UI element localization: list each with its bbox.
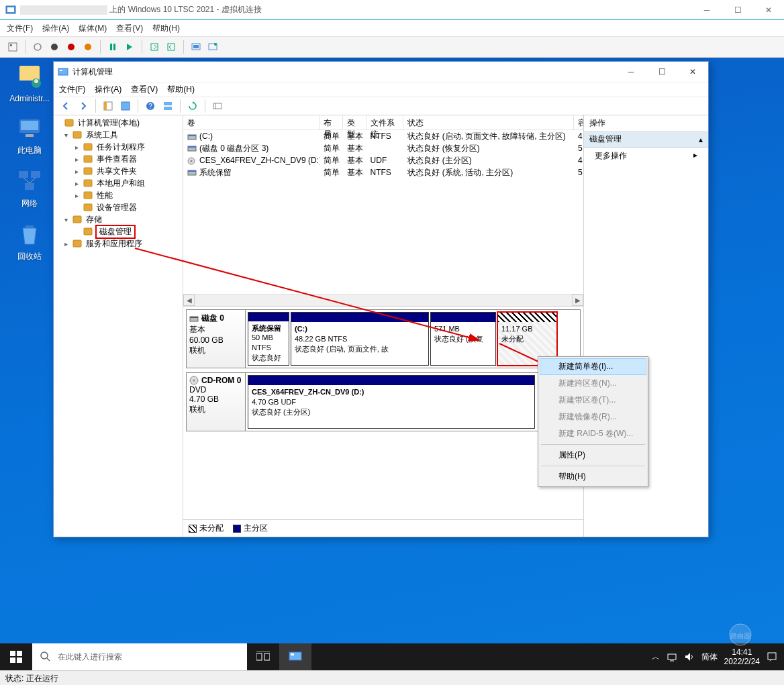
volume-list-body[interactable]: (C:)简单基本NTFS状态良好 (启动, 页面文件, 故障转储, 主分区)4(… bbox=[183, 130, 583, 294]
nav-back-button[interactable] bbox=[58, 98, 74, 114]
settings-button[interactable] bbox=[209, 98, 226, 114]
volume-icon[interactable] bbox=[684, 651, 695, 662]
vm-taskbar[interactable]: 在此键入进行搜索 ︿ 简体 14:41 2022/2/24 bbox=[0, 643, 784, 670]
mgmt-menu-view[interactable]: 查看(V) bbox=[131, 84, 158, 95]
vm-save-button[interactable] bbox=[81, 40, 95, 54]
tree-item-0[interactable]: 计算机管理(本地) bbox=[54, 117, 183, 129]
tree-item-9[interactable]: 磁盘管理 bbox=[54, 225, 183, 238]
column-header-4[interactable]: 状态 bbox=[403, 115, 574, 129]
tree-expander[interactable]: ▾ bbox=[62, 131, 70, 139]
desktop-icon-recycle-bin[interactable]: 回收站 bbox=[7, 221, 52, 262]
view-button-2[interactable] bbox=[160, 98, 176, 114]
tree-expander[interactable]: ▸ bbox=[72, 144, 81, 151]
mgmt-menu-file[interactable]: 文件(F) bbox=[59, 84, 85, 95]
task-view-button[interactable] bbox=[247, 643, 279, 670]
column-header-5[interactable]: 容 bbox=[574, 115, 583, 129]
volume-cell: 简单 bbox=[320, 143, 343, 154]
mgmt-menu-action[interactable]: 操作(A) bbox=[95, 84, 121, 95]
tree-item-3[interactable]: ▸事件查看器 bbox=[54, 153, 183, 165]
vm-turnoff-button[interactable] bbox=[47, 40, 62, 54]
context-menu-item-8[interactable]: 帮助(H) bbox=[540, 468, 646, 485]
volume-cell: UDF bbox=[366, 156, 404, 165]
context-menu-item-0[interactable]: 新建简单卷(I)... bbox=[540, 358, 646, 375]
desktop-icon-network[interactable]: 网络 bbox=[7, 168, 52, 209]
host-menu-help[interactable]: 帮助(H) bbox=[152, 23, 180, 34]
vm-desktop[interactable]: Administr... 此电脑 网络 回收站 计算机管理 ─ bbox=[0, 58, 784, 670]
taskbar-app-computer-management[interactable] bbox=[279, 643, 311, 670]
vm-enhanced-session-button[interactable] bbox=[189, 40, 203, 54]
tree-expander[interactable]: ▸ bbox=[72, 192, 81, 199]
tree-item-7[interactable]: 设备管理器 bbox=[54, 201, 183, 213]
disk-graphical-view[interactable]: 磁盘 0基本60.00 GB联机系统保留50 MB NTFS状态良好(C:)48… bbox=[183, 307, 583, 519]
host-close-button[interactable]: ✕ bbox=[753, 0, 784, 20]
column-header-1[interactable]: 布局 bbox=[320, 115, 343, 129]
network-icon[interactable] bbox=[667, 651, 677, 662]
column-header-3[interactable]: 文件系统 bbox=[366, 115, 404, 129]
taskbar-search[interactable]: 在此键入进行搜索 bbox=[32, 643, 247, 670]
ctrl-alt-del-button[interactable] bbox=[5, 40, 20, 54]
scroll-right-button[interactable]: ▶ bbox=[572, 295, 583, 306]
vm-checkpoint-button[interactable] bbox=[147, 40, 162, 54]
tree-item-10[interactable]: ▸服务和应用程序 bbox=[54, 238, 183, 250]
volume-row[interactable]: 系统保留简单基本NTFS状态良好 (系统, 活动, 主分区)5 bbox=[183, 166, 583, 178]
host-menu-file[interactable]: 文件(F) bbox=[7, 23, 33, 34]
disk-info[interactable]: 磁盘 0基本60.00 GB联机 bbox=[187, 310, 246, 368]
volume-row[interactable]: CES_X64FREV_ZH-CN_DV9 (D:)简单基本UDF状态良好 (主… bbox=[183, 154, 583, 166]
vm-revert-button[interactable] bbox=[164, 40, 179, 54]
tree-item-4[interactable]: ▸共享文件夹 bbox=[54, 165, 183, 177]
mgmt-maximize-button[interactable]: ☐ bbox=[646, 62, 677, 82]
host-minimize-button[interactable]: ─ bbox=[691, 0, 722, 20]
context-menu-item-6[interactable]: 属性(P) bbox=[540, 447, 646, 464]
start-button[interactable] bbox=[0, 643, 32, 670]
tree-expander[interactable]: ▸ bbox=[72, 168, 81, 175]
tray-chevron-up-icon[interactable]: ︿ bbox=[652, 651, 660, 663]
mgmt-minimize-button[interactable]: ─ bbox=[616, 62, 646, 82]
column-header-0[interactable]: 卷 bbox=[183, 115, 320, 129]
svg-marker-10 bbox=[127, 44, 132, 50]
volume-row[interactable]: (磁盘 0 磁盘分区 3)简单基本状态良好 (恢复分区)5 bbox=[183, 142, 583, 154]
tree-item-1[interactable]: ▾系统工具 bbox=[54, 129, 183, 141]
tree-expander[interactable]: ▸ bbox=[72, 156, 81, 163]
disk-info[interactable]: CD-ROM 0DVD4.70 GB联机 bbox=[187, 373, 246, 431]
svg-rect-60 bbox=[188, 170, 196, 172]
partition-0-2[interactable]: 571 MB状态良好 (恢复 bbox=[430, 312, 496, 366]
tree-expander[interactable]: ▸ bbox=[62, 240, 70, 248]
desktop-icon-this-pc[interactable]: 此电脑 bbox=[7, 115, 52, 156]
vm-reset-button[interactable] bbox=[122, 40, 137, 54]
refresh-button[interactable] bbox=[185, 98, 201, 114]
host-menu-view[interactable]: 查看(V) bbox=[116, 23, 143, 34]
navigation-tree[interactable]: 计算机管理(本地)▾系统工具▸任务计划程序▸事件查看器▸共享文件夹▸本地用户和组… bbox=[54, 115, 183, 537]
mgmt-titlebar[interactable]: 计算机管理 ─ ☐ ✕ bbox=[54, 62, 708, 82]
partition-0-1[interactable]: (C:)48.22 GB NTFS状态良好 (启动, 页面文件, 故 bbox=[291, 312, 429, 366]
actions-more-operations[interactable]: 更多操作▸ bbox=[584, 148, 708, 164]
volume-list[interactable]: 卷布局类型文件系统状态容 (C:)简单基本NTFS状态良好 (启动, 页面文件,… bbox=[183, 115, 583, 307]
mgmt-close-button[interactable]: ✕ bbox=[677, 62, 708, 82]
host-menu-media[interactable]: 媒体(M) bbox=[79, 23, 107, 34]
volume-list-hscroll[interactable]: ◀ ▶ bbox=[183, 294, 583, 306]
vm-pause-button[interactable] bbox=[105, 40, 120, 54]
view-button-1[interactable] bbox=[117, 98, 134, 114]
tree-item-2[interactable]: ▸任务计划程序 bbox=[54, 141, 183, 153]
tree-item-6[interactable]: ▸性能 bbox=[54, 189, 183, 201]
partition-1-0[interactable]: CES_X64FREV_ZH-CN_DV9 (D:)4.70 GB UDF状态良… bbox=[248, 375, 535, 429]
partition-0-0[interactable]: 系统保留50 MB NTFS状态良好 bbox=[248, 312, 289, 366]
help-button[interactable]: ? bbox=[142, 98, 158, 114]
scroll-left-button[interactable]: ◀ bbox=[183, 295, 195, 306]
tree-expander[interactable]: ▾ bbox=[62, 216, 70, 223]
show-hide-tree-button[interactable] bbox=[100, 98, 116, 114]
mgmt-menu-help[interactable]: 帮助(H) bbox=[167, 84, 195, 95]
volume-row[interactable]: (C:)简单基本NTFS状态良好 (启动, 页面文件, 故障转储, 主分区)4 bbox=[183, 130, 583, 142]
vm-share-button[interactable] bbox=[205, 40, 220, 54]
desktop-icon-administrator[interactable]: Administr... bbox=[7, 64, 52, 103]
nav-forward-button[interactable] bbox=[75, 98, 91, 114]
column-header-2[interactable]: 类型 bbox=[343, 115, 366, 129]
tree-item-5[interactable]: ▸本地用户和组 bbox=[54, 177, 183, 189]
host-menu-action[interactable]: 操作(A) bbox=[42, 23, 69, 34]
vm-start-button[interactable] bbox=[30, 40, 45, 54]
tree-item-8[interactable]: ▾存储 bbox=[54, 213, 183, 225]
vm-shutdown-button[interactable] bbox=[64, 40, 79, 54]
actions-section[interactable]: 磁盘管理▴ bbox=[584, 131, 708, 148]
host-maximize-button[interactable]: ☐ bbox=[722, 0, 753, 20]
partition-context-menu[interactable]: 新建简单卷(I)...新建跨区卷(N)...新建带区卷(T)...新建镜像卷(R… bbox=[538, 356, 648, 487]
tree-expander[interactable]: ▸ bbox=[72, 180, 81, 187]
